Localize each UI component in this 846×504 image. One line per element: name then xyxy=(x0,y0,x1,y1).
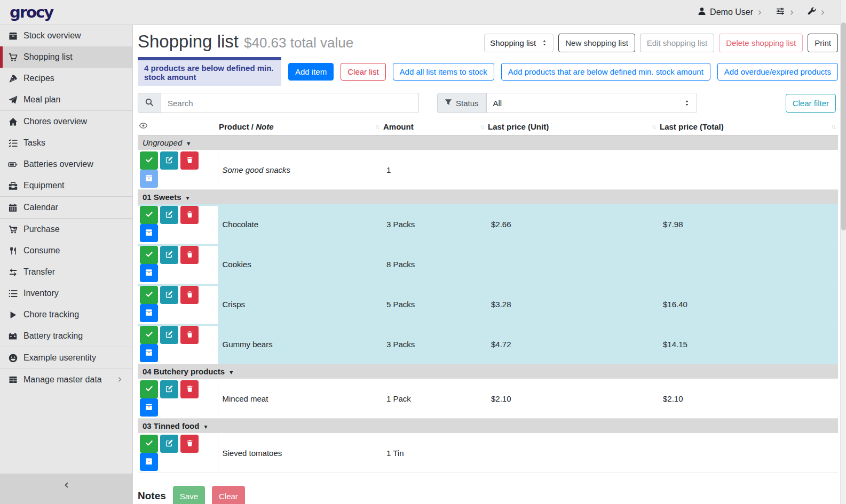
sidebar-item-recipes[interactable]: Recipes xyxy=(0,68,132,89)
add-below-min-stock-button[interactable]: Add products that are below defined min.… xyxy=(501,63,710,81)
column-header-product-[interactable]: Product / Note↑↓ xyxy=(218,119,382,135)
sidebar-item-manage-master-data[interactable]: Manage master data xyxy=(0,369,132,390)
notes-save-button[interactable]: Save xyxy=(173,486,205,504)
trash-icon xyxy=(186,156,193,165)
search-group xyxy=(138,93,419,113)
column-header-last-price-total-[interactable]: Last price (Total)↑↓ xyxy=(659,119,838,135)
done-button[interactable] xyxy=(140,326,158,344)
sidebar-item-stock-overview[interactable]: Stock overview xyxy=(0,25,132,46)
eye-icon xyxy=(139,122,148,131)
sidebar-item-shopping-list[interactable]: Shopping list xyxy=(0,46,132,68)
delete-item-button[interactable] xyxy=(180,326,199,344)
sidebar-item-label: Shopping list xyxy=(23,52,73,62)
done-button[interactable] xyxy=(140,286,158,304)
clear-list-button[interactable]: Clear list xyxy=(341,63,385,81)
edit-item-button[interactable] xyxy=(160,286,178,304)
add-item-button[interactable]: Add item xyxy=(288,63,334,81)
done-button[interactable] xyxy=(140,380,158,398)
sidebar-item-purchase[interactable]: Purchase xyxy=(0,219,132,240)
caret-down-icon: ▾ xyxy=(187,140,190,147)
done-button[interactable] xyxy=(140,151,158,170)
unit-price-cell: $3.28 xyxy=(487,284,659,324)
search-input[interactable] xyxy=(161,93,419,113)
shopping-list-select[interactable]: Shopping list xyxy=(484,34,554,52)
edit-shopping-list-button[interactable]: Edit shopping list xyxy=(640,34,714,52)
delete-shopping-list-button[interactable]: Delete shopping list xyxy=(719,34,803,52)
delete-item-button[interactable] xyxy=(180,246,199,264)
amount-cell: 3 Packs xyxy=(382,204,487,244)
add-to-stock-button[interactable] xyxy=(140,398,158,417)
status-select[interactable]: All xyxy=(486,93,697,113)
status-label: Status xyxy=(456,99,479,108)
delete-item-button[interactable] xyxy=(180,151,199,170)
add-to-stock-button[interactable] xyxy=(140,304,158,322)
sort-icon: ↑↓ xyxy=(480,123,484,130)
group-row[interactable]: 01 Sweets▾ xyxy=(138,190,838,205)
done-button[interactable] xyxy=(140,246,158,264)
column-header-amount[interactable]: Amount↑↓ xyxy=(382,119,487,135)
grocy-logo[interactable]: grocy xyxy=(0,5,53,20)
sidebar-item-transfer[interactable]: Transfer xyxy=(0,261,132,283)
sidebar-item-label: Inventory xyxy=(23,289,59,298)
clear-filter-button[interactable]: Clear filter xyxy=(786,94,836,113)
add-to-stock-button[interactable] xyxy=(140,170,158,188)
edit-item-button[interactable] xyxy=(160,380,178,398)
sidebar-item-batteries-overview[interactable]: Batteries overview xyxy=(0,154,132,175)
sidebar-item-label: Recipes xyxy=(23,74,54,83)
edit-item-button[interactable] xyxy=(160,151,178,170)
scrollbar-thumb[interactable] xyxy=(841,22,846,230)
sidebar-item-chores-overview[interactable]: Chores overview xyxy=(0,111,132,132)
done-button[interactable] xyxy=(140,435,158,453)
trash-icon xyxy=(186,251,193,260)
add-to-stock-button[interactable] xyxy=(140,344,158,362)
shopping-list-row: Cookies8 Packs xyxy=(138,244,838,284)
funnel-icon xyxy=(445,99,452,108)
column-header-last-price-unit-[interactable]: Last price (Unit)↑↓ xyxy=(487,119,659,135)
group-row[interactable]: 03 Tinned food▾ xyxy=(138,419,838,434)
settings-menu[interactable] xyxy=(776,7,795,18)
edit-icon xyxy=(165,156,173,165)
add-to-stock-button[interactable] xyxy=(140,453,158,471)
notes-clear-button[interactable]: Clear xyxy=(212,486,245,504)
group-row[interactable]: Ungrouped▾ xyxy=(138,135,838,150)
sidebar-item-tasks[interactable]: Tasks xyxy=(0,132,132,154)
print-button[interactable]: Print xyxy=(808,34,838,52)
add-to-stock-button[interactable] xyxy=(140,264,158,282)
column-visibility-header[interactable] xyxy=(138,119,218,135)
edit-item-button[interactable] xyxy=(160,246,178,264)
edit-item-button[interactable] xyxy=(160,326,178,344)
add-overdue-button[interactable]: Add overdue/expired products xyxy=(717,63,838,81)
group-row[interactable]: 04 Butchery products▾ xyxy=(138,364,838,379)
new-shopping-list-button[interactable]: New shopping list xyxy=(558,34,635,52)
sidebar-collapse-button[interactable] xyxy=(0,474,132,504)
sidebar-item-battery-tracking[interactable]: Battery tracking xyxy=(0,325,132,347)
sidebar-item-equipment[interactable]: Equipment xyxy=(0,175,132,196)
trash-icon xyxy=(186,291,193,300)
sidebar-item-label: Batteries overview xyxy=(23,159,93,169)
shopping-list-table: Product / Note↑↓Amount↑↓Last price (Unit… xyxy=(138,119,838,473)
total-price-cell: $2.10 xyxy=(659,379,838,419)
sidebar-item-calendar[interactable]: Calendar xyxy=(0,197,132,218)
sidebar-item-chore-tracking[interactable]: Chore tracking xyxy=(0,304,132,325)
edit-item-button[interactable] xyxy=(160,206,178,224)
sidebar-item-example-userentity[interactable]: Example userentity xyxy=(0,347,132,369)
select-caret-icon xyxy=(541,38,548,47)
add-to-stock-button[interactable] xyxy=(140,224,158,242)
edit-item-button[interactable] xyxy=(160,435,178,453)
done-button[interactable] xyxy=(140,206,158,224)
delete-item-button[interactable] xyxy=(180,380,199,398)
stock-icon xyxy=(145,309,153,318)
delete-item-button[interactable] xyxy=(180,286,199,304)
box-icon xyxy=(7,31,19,41)
sort-icon: ↑↓ xyxy=(831,123,835,130)
sidebar-item-meal-plan[interactable]: Meal plan xyxy=(0,89,132,110)
user-menu[interactable]: Demo User xyxy=(698,7,763,18)
sidebar-item-inventory[interactable]: Inventory xyxy=(0,283,132,304)
admin-menu[interactable] xyxy=(808,7,826,18)
sidebar-item-consume[interactable]: Consume xyxy=(0,240,132,261)
delete-item-button[interactable] xyxy=(180,435,199,453)
add-all-to-stock-button[interactable]: Add all list items to stock xyxy=(393,63,494,81)
delete-item-button[interactable] xyxy=(180,206,199,224)
paper-plane-icon xyxy=(7,95,19,105)
check-icon xyxy=(145,385,153,394)
